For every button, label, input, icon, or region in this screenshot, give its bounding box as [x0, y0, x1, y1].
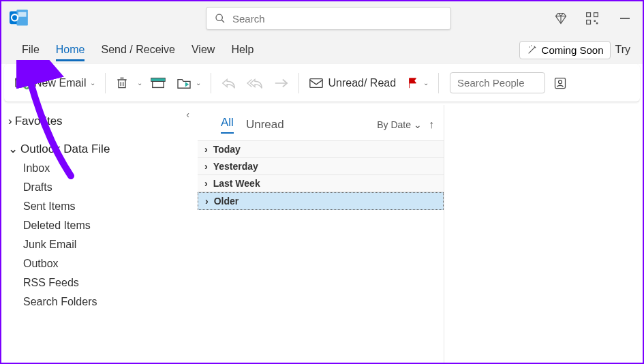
favorites-group[interactable]: › Favorites — [7, 112, 192, 131]
unread-read-label: Unread/ Read — [328, 77, 396, 89]
svg-rect-7 — [594, 13, 598, 17]
new-mail-icon — [15, 76, 30, 90]
chevron-down-icon: ⌄ — [423, 79, 429, 87]
svg-line-5 — [221, 20, 224, 22]
coming-soon-button[interactable]: Coming Soon — [519, 41, 611, 59]
archive-button[interactable] — [145, 73, 171, 93]
flag-icon — [407, 77, 419, 89]
sort-direction-button[interactable]: ↑ — [429, 119, 434, 131]
flag-button[interactable]: ⌄ — [401, 73, 434, 93]
data-file-group[interactable]: ⌄ Outlook Data File — [7, 139, 192, 159]
group-older[interactable]: ›Older — [198, 192, 444, 210]
unread-read-button[interactable]: Unread/ Read — [303, 73, 401, 93]
reply-button[interactable] — [215, 73, 241, 93]
sort-by-button[interactable]: By Date ⌄ — [377, 119, 422, 130]
coming-soon-label: Coming Soon — [542, 44, 604, 56]
archive-icon — [151, 77, 166, 89]
svg-point-21 — [559, 80, 562, 83]
folder-search-folders[interactable]: Search Folders — [7, 292, 192, 312]
forward-button[interactable] — [269, 74, 294, 92]
group-label: Yesterday — [213, 161, 258, 172]
menu-bar: File Home Send / Receive View Help Comin… — [1, 35, 643, 64]
new-email-button[interactable]: New Email ⌄ — [10, 72, 101, 94]
group-label: Last Week — [213, 178, 260, 189]
chevron-right-icon: › — [204, 161, 208, 172]
chevron-down-icon[interactable]: ⌄ — [134, 79, 145, 87]
contact-card-icon — [553, 76, 567, 90]
message-list-pane: All Unread By Date ⌄ ↑ ›Today ›Yesterday… — [198, 105, 444, 363]
group-label: Today — [213, 144, 241, 155]
content-area: ‹ › Favorites ⌄ Outlook Data File Inbox … — [1, 105, 643, 363]
svg-rect-20 — [555, 78, 566, 88]
sort-label: By Date — [377, 119, 411, 130]
wand-icon — [527, 44, 538, 55]
chevron-down-icon: ⌄ — [414, 119, 422, 130]
svg-rect-17 — [153, 81, 164, 87]
menu-home[interactable]: Home — [48, 40, 93, 60]
chevron-right-icon: › — [204, 144, 208, 155]
svg-rect-2 — [18, 12, 27, 17]
folder-sidebar: ‹ › Favorites ⌄ Outlook Data File Inbox … — [1, 105, 198, 363]
menu-view[interactable]: View — [183, 40, 223, 60]
chevron-down-icon[interactable]: ⌄ — [90, 79, 95, 87]
forward-icon — [274, 78, 289, 88]
separator — [211, 73, 211, 93]
svg-point-13 — [531, 45, 532, 46]
menu-file[interactable]: File — [14, 40, 48, 60]
svg-point-4 — [216, 14, 222, 20]
menu-help[interactable]: Help — [223, 40, 262, 60]
folder-inbox[interactable]: Inbox — [7, 159, 192, 178]
search-icon — [215, 13, 226, 24]
qr-grid-icon[interactable] — [585, 12, 599, 25]
separator — [298, 73, 299, 93]
minimize-button[interactable] — [617, 10, 633, 27]
reply-all-icon — [247, 77, 263, 89]
tab-all[interactable]: All — [221, 116, 234, 134]
delete-button[interactable] — [110, 72, 134, 94]
ribbon-toolbar: New Email ⌄ ⌄ ⌄ Unread/ Read ⌄ — [4, 64, 640, 102]
separator — [105, 73, 106, 93]
menu-send-receive[interactable]: Send / Receive — [93, 40, 183, 60]
move-button[interactable]: ⌄ — [171, 73, 206, 93]
svg-rect-10 — [596, 22, 598, 25]
folder-deleted-items[interactable]: Deleted Items — [7, 216, 192, 235]
separator — [438, 73, 439, 93]
collapse-sidebar-button[interactable]: ‹ — [186, 109, 189, 120]
new-email-label: New Email — [34, 77, 86, 89]
tab-unread[interactable]: Unread — [246, 118, 284, 132]
premium-diamond-icon[interactable] — [554, 12, 568, 25]
chevron-right-icon: › — [204, 178, 208, 189]
move-folder-icon — [177, 77, 191, 89]
try-label[interactable]: Try — [615, 44, 630, 56]
folder-sent-items[interactable]: Sent Items — [7, 197, 192, 216]
chevron-down-icon: ⌄ — [196, 79, 201, 87]
data-file-label: Outlook Data File — [20, 142, 110, 156]
folder-outbox[interactable]: Outbox — [7, 254, 192, 273]
group-yesterday[interactable]: ›Yesterday — [198, 158, 444, 175]
trash-icon — [115, 76, 129, 90]
chevron-right-icon: › — [205, 196, 209, 207]
folder-rss-feeds[interactable]: RSS Feeds — [7, 273, 192, 292]
title-bar — [1, 1, 643, 35]
svg-rect-8 — [587, 20, 591, 25]
global-search[interactable] — [206, 7, 451, 30]
group-last-week[interactable]: ›Last Week — [198, 175, 444, 192]
group-label: Older — [214, 196, 239, 207]
reply-all-button[interactable] — [241, 73, 269, 93]
reading-pane — [444, 105, 643, 363]
folder-drafts[interactable]: Drafts — [7, 178, 192, 197]
reply-icon — [221, 77, 236, 89]
list-header: All Unread By Date ⌄ ↑ — [198, 110, 444, 141]
chevron-right-icon: › — [8, 115, 12, 128]
folder-junk-email[interactable]: Junk Email — [7, 235, 192, 254]
address-book-button[interactable] — [548, 72, 572, 94]
svg-rect-19 — [310, 78, 322, 87]
favorites-label: Favorites — [15, 115, 63, 128]
svg-rect-9 — [594, 20, 596, 22]
chevron-down-icon: ⌄ — [8, 142, 18, 156]
search-input[interactable] — [232, 13, 442, 25]
svg-point-12 — [529, 46, 530, 47]
svg-rect-6 — [587, 13, 591, 17]
group-today[interactable]: ›Today — [198, 141, 444, 158]
search-people-input[interactable] — [450, 72, 545, 93]
